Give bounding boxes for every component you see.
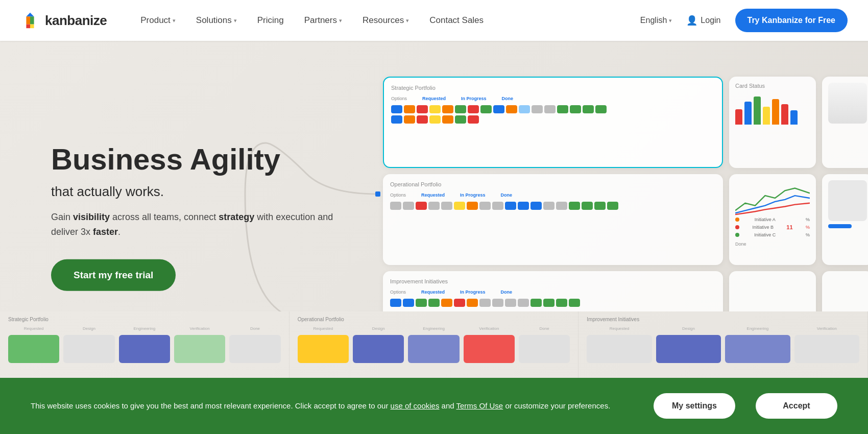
kanban-cols-3: Requested Design Engineering Verificatio… [587, 326, 859, 382]
accept-button[interactable]: Accept [756, 393, 837, 419]
kanban-card [229, 335, 280, 363]
hero-section: Business Agility that actually works. Ga… [0, 41, 868, 393]
kanban-card [464, 335, 515, 363]
nav-item-pricing[interactable]: Pricing [249, 11, 292, 30]
hero-title: Business Agility [51, 143, 337, 176]
navbar: kanbanize Product ▾ Solutions ▾ Pricing … [0, 0, 868, 41]
kanban-card [119, 335, 170, 363]
cookie-text: This website uses cookies to give you th… [31, 400, 633, 412]
svg-marker-1 [30, 16, 34, 24]
terms-of-use-link[interactable]: Terms Of Use [456, 401, 503, 410]
kanban-col-done: Done [229, 326, 280, 382]
nav-item-solutions[interactable]: Solutions ▾ [188, 11, 245, 30]
panel-title-strategic: Strategic Portfolio [391, 85, 715, 91]
line-chart [735, 180, 810, 216]
kanban-card [587, 335, 652, 363]
thin-panel-1 [822, 77, 868, 168]
kanban-card [408, 335, 459, 363]
initiatives-list: Initiative A % Initiative B 11% Initiati… [735, 216, 810, 238]
login-button[interactable]: 👤 Login [680, 11, 727, 30]
nav-item-contact[interactable]: Contact Sales [421, 11, 492, 30]
svg-marker-3 [26, 25, 30, 29]
bar-chart [735, 94, 810, 125]
my-settings-button[interactable]: My settings [654, 393, 735, 419]
nav-item-resources[interactable]: Resources ▾ [354, 11, 417, 30]
kanban-cols-2: Requested Design Engineering Verificatio… [298, 326, 570, 382]
kanban-card [794, 335, 859, 363]
kanban-card [174, 335, 225, 363]
kanban-cols-1: Requested Design Engineering Verificatio… [8, 326, 281, 382]
kanban-card [298, 335, 349, 363]
panel-cols-improvement: OptionsRequestedIn ProgressDone [390, 290, 716, 295]
nav-item-product[interactable]: Product ▾ [132, 11, 184, 30]
use-of-cookies-link[interactable]: use of cookies [391, 401, 440, 410]
card-row-1 [391, 105, 715, 113]
kanban-card [353, 335, 404, 363]
kanban-board-title-2: Operational Portfolio [298, 317, 570, 322]
svg-marker-4 [30, 25, 34, 29]
initiative-a: Initiative A % [735, 216, 810, 223]
chevron-down-icon: ▾ [339, 17, 342, 24]
svg-marker-0 [26, 13, 34, 17]
chevron-down-icon: ▾ [669, 17, 672, 24]
user-icon: 👤 [686, 15, 697, 26]
kanban-card [656, 335, 721, 363]
chevron-down-icon: ▾ [234, 17, 237, 24]
card-status-panel: Card Status [729, 77, 816, 168]
start-trial-button[interactable]: Start my free trial [51, 259, 176, 291]
panel-title-improvement: Improvement Initiatives [390, 278, 716, 284]
strategic-portfolio-panel: Strategic Portfolio OptionsRequestedIn P… [383, 77, 723, 168]
kanban-card [63, 335, 114, 363]
kanban-board-title-3: Improvement Initiatives [587, 317, 859, 322]
kanban-col-verification: Verification [174, 326, 225, 382]
svg-marker-2 [26, 16, 30, 24]
kanban-col-design: Design [63, 326, 114, 382]
kanban-col-requested: Requested [8, 326, 59, 382]
nav-links: Product ▾ Solutions ▾ Pricing Partners ▾… [132, 11, 640, 30]
card-row-op-1 [390, 202, 716, 210]
operational-portfolio-panel: Operational Portfolio OptionsRequestedIn… [383, 174, 723, 266]
logo[interactable]: kanbanize [20, 11, 107, 30]
thin-panel-2 [822, 174, 868, 266]
kanban-card [8, 335, 59, 363]
card-row-2 [391, 115, 715, 124]
chevron-down-icon: ▾ [406, 17, 409, 24]
kanban-card [519, 335, 570, 363]
panel-cols-operational: OptionsRequestedIn ProgressDone [390, 192, 716, 198]
kanban-board-title-1: Strategic Portfolio [8, 317, 281, 322]
card-row-imp-1 [390, 299, 716, 307]
kanban-card [725, 335, 790, 363]
nav-right: English ▾ 👤 Login Try Kanbanize for Free [640, 9, 848, 32]
logo-text: kanbanize [45, 13, 107, 29]
hero-subtitle: that actually works. [51, 184, 337, 200]
initiative-c: Initiative C % [735, 231, 810, 238]
nav-item-partners[interactable]: Partners ▾ [296, 11, 350, 30]
chevron-down-icon: ▾ [173, 17, 176, 24]
line-chart-panel: Initiative A % Initiative B 11% Initiati… [729, 174, 816, 266]
done-label: Done [735, 242, 810, 247]
hero-content: Business Agility that actually works. Ga… [51, 143, 337, 291]
panel-cols-strategic: OptionsRequestedIn ProgressDone [391, 96, 715, 101]
panel-title-operational: Operational Portfolio [390, 181, 716, 187]
language-selector[interactable]: English ▾ [640, 16, 672, 25]
initiative-b: Initiative B 11% [735, 223, 810, 231]
hero-description: Gain visibility across all teams, connec… [51, 210, 337, 239]
cookie-banner: This website uses cookies to give you th… [0, 378, 868, 434]
kanban-col-engineering: Engineering [119, 326, 170, 382]
card-status-title: Card Status [735, 83, 810, 89]
try-free-button[interactable]: Try Kanbanize for Free [735, 9, 848, 32]
